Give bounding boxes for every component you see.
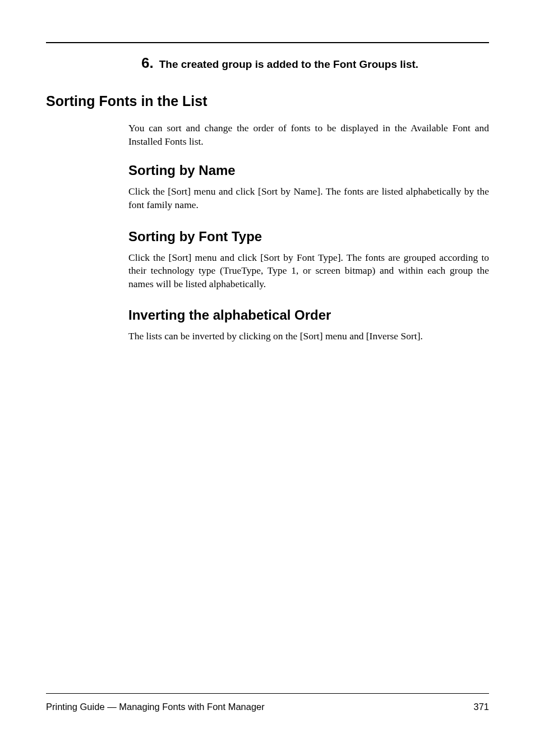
para-sort-by-font-type: Click the [Sort] menu and click [Sort by… [128, 251, 489, 291]
section-sort-by-name: Sorting by Name Click the [Sort] menu an… [128, 163, 489, 211]
para-sort-by-name: Click the [Sort] menu and click [Sort by… [128, 185, 489, 211]
step-number: 6. [141, 54, 154, 72]
body-indented: You can sort and change the order of fon… [128, 122, 489, 343]
step-item: 6. The created group is added to the Fon… [141, 54, 489, 72]
top-rule [46, 42, 489, 43]
heading-inverting-order: Inverting the alphabetical Order [128, 307, 489, 323]
section-sort-by-font-type: Sorting by Font Type Click the [Sort] me… [128, 229, 489, 291]
section-inverting-order: Inverting the alphabetical Order The lis… [128, 307, 489, 343]
footer-page-number: 371 [473, 702, 489, 712]
footer-title: Printing Guide — Managing Fonts with Fon… [46, 702, 265, 712]
intro-paragraph: You can sort and change the order of fon… [128, 122, 489, 148]
heading-sorting-fonts: Sorting Fonts in the List [46, 93, 489, 109]
step-text: The created group is added to the Font G… [159, 58, 418, 71]
heading-sort-by-name: Sorting by Name [128, 163, 489, 178]
heading-sort-by-font-type: Sorting by Font Type [128, 229, 489, 245]
page-footer: Printing Guide — Managing Fonts with Fon… [46, 693, 489, 712]
para-inverting-order: The lists can be inverted by clicking on… [128, 330, 489, 343]
page-content: 6. The created group is added to the Fon… [0, 0, 535, 343]
